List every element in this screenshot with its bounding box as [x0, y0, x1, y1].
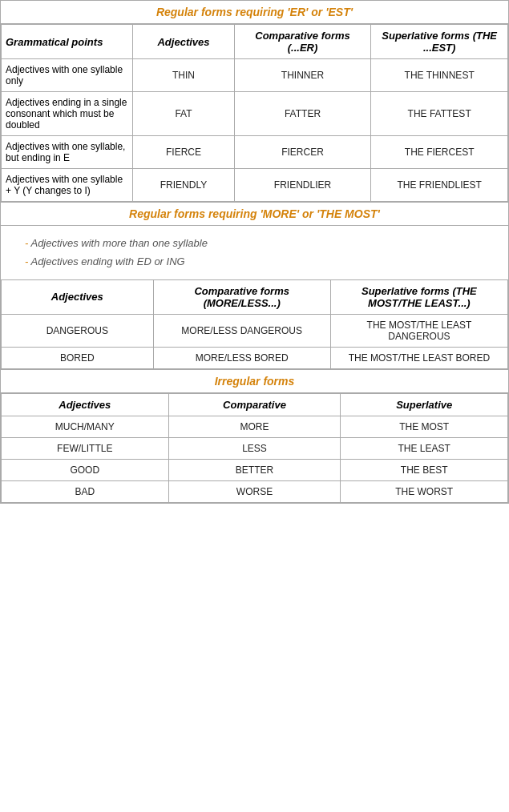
section3-wrapper: Irregular forms Adjectives Comparative S…	[1, 369, 508, 503]
section2-intro: Adjectives with more than one syllable A…	[1, 226, 508, 279]
section2-table: Adjectives Comparative forms (MORE/LESS.…	[1, 279, 508, 369]
main-container: Regular forms requiring 'ER' or 'EST' Gr…	[0, 0, 509, 504]
comp-cell: BETTER	[168, 459, 341, 480]
sup-cell: THE THINNEST	[371, 59, 508, 92]
table-row: GOOD BETTER THE BEST	[2, 459, 508, 480]
table-row: BORED MORE/LESS BORED THE MOST/THE LEAST…	[2, 347, 508, 368]
table-row: FEW/LITTLE LESS THE LEAST	[2, 437, 508, 459]
sup-cell: THE FIERCEST	[371, 136, 508, 169]
gram-cell: Adjectives with one syllable only	[2, 59, 133, 92]
comp-cell: WORSE	[168, 480, 341, 502]
sup-cell: THE LEAST	[341, 437, 508, 459]
table-row: DANGEROUS MORE/LESS DANGEROUS THE MOST/T…	[2, 314, 508, 347]
section3-col-adj: Adjectives	[2, 393, 169, 416]
table-row: Adjectives with one syllable + Y (Y chan…	[2, 169, 508, 202]
sup-cell: THE MOST/THE LEAST DANGEROUS	[330, 314, 507, 347]
gram-cell: Adjectives with one syllable + Y (Y chan…	[2, 169, 133, 202]
section2-bullet1: Adjectives with more than one syllable	[25, 234, 492, 252]
adj-cell: GOOD	[2, 459, 169, 480]
adj-cell: FAT	[133, 92, 234, 136]
comp-cell: MORE	[168, 416, 341, 437]
section2-wrapper: Regular forms requiring 'MORE' or 'THE M…	[1, 202, 508, 369]
col-header-comp: Comparative forms (...ER)	[234, 25, 371, 59]
comp-cell: FATTER	[234, 92, 371, 136]
col-header-sup: Superlative forms (THE ...EST)	[371, 25, 508, 59]
col-header-gram: Grammatical points	[2, 25, 133, 59]
comp-cell: THINNER	[234, 59, 371, 92]
adj-cell: BAD	[2, 480, 169, 502]
sup-cell: THE FRIENDLIEST	[371, 169, 508, 202]
section2-col-adj: Adjectives	[2, 279, 154, 314]
table-row: Adjectives ending in a single consonant …	[2, 92, 508, 136]
comp-cell: LESS	[168, 437, 341, 459]
sup-cell: THE WORST	[341, 480, 508, 502]
gram-cell: Adjectives ending in a single consonant …	[2, 92, 133, 136]
comp-cell: FRIENDLIER	[234, 169, 371, 202]
section2-col-sup: Superlative forms (THE MOST/THE LEAST...…	[330, 279, 507, 314]
section2-header: Regular forms requiring 'MORE' or 'THE M…	[1, 203, 508, 226]
table-row: Adjectives with one syllable, but ending…	[2, 136, 508, 169]
adj-cell: FIERCE	[133, 136, 234, 169]
col-header-adj: Adjectives	[133, 25, 234, 59]
section2-bullet2: Adjectives ending with ED or ING	[25, 252, 492, 271]
adj-cell: FEW/LITTLE	[2, 437, 169, 459]
section3-table: Adjectives Comparative Superlative MUCH/…	[1, 393, 508, 503]
adj-cell: DANGEROUS	[2, 314, 154, 347]
table-row: BAD WORSE THE WORST	[2, 480, 508, 502]
sup-cell: THE FATTEST	[371, 92, 508, 136]
adj-cell: THIN	[133, 59, 234, 92]
adj-cell: MUCH/MANY	[2, 416, 169, 437]
sup-cell: THE MOST	[341, 416, 508, 437]
section2-col-comp: Comparative forms (MORE/LESS...)	[153, 279, 330, 314]
section1-header: Regular forms requiring 'ER' or 'EST'	[1, 1, 508, 24]
section1-table: Grammatical points Adjectives Comparativ…	[1, 24, 508, 202]
adj-cell: FRIENDLY	[133, 169, 234, 202]
table-row: MUCH/MANY MORE THE MOST	[2, 416, 508, 437]
section3-col-comp: Comparative	[168, 393, 341, 416]
sup-cell: THE MOST/THE LEAST BORED	[330, 347, 507, 368]
gram-cell: Adjectives with one syllable, but ending…	[2, 136, 133, 169]
comp-cell: MORE/LESS BORED	[153, 347, 330, 368]
table-row: Adjectives with one syllable only THIN T…	[2, 59, 508, 92]
comp-cell: MORE/LESS DANGEROUS	[153, 314, 330, 347]
sup-cell: THE BEST	[341, 459, 508, 480]
section3-col-sup: Superlative	[341, 393, 508, 416]
section3-header: Irregular forms	[1, 370, 508, 393]
adj-cell: BORED	[2, 347, 154, 368]
comp-cell: FIERCER	[234, 136, 371, 169]
